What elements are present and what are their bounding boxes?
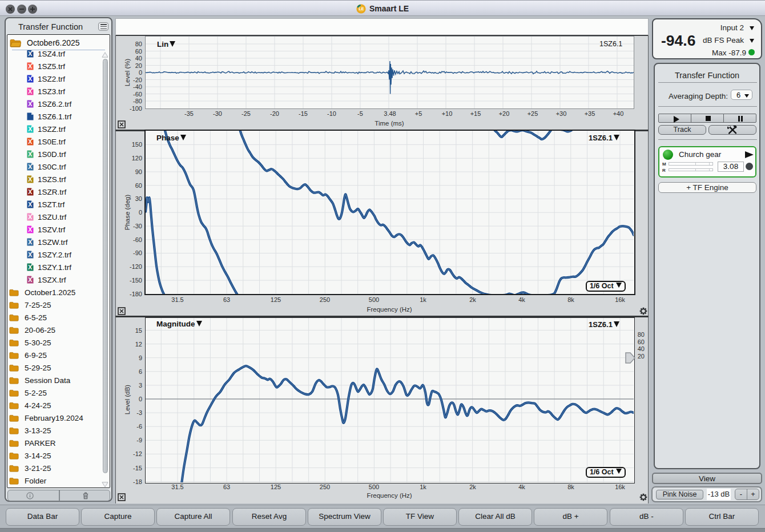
svg-text:X: X — [28, 176, 32, 183]
svg-text:X: X — [28, 226, 32, 233]
svg-text:X: X — [28, 100, 32, 107]
svg-text:X: X — [28, 163, 32, 170]
svg-text:X: X — [28, 88, 32, 95]
svg-text:LE: LE — [359, 7, 364, 11]
svg-text:X: X — [28, 126, 32, 132]
svg-text:X: X — [28, 276, 32, 283]
svg-text:X: X — [28, 201, 32, 208]
svg-text:X: X — [28, 239, 32, 245]
svg-text:X: X — [28, 75, 32, 82]
svg-text:X: X — [28, 264, 32, 271]
svg-text:X: X — [28, 251, 32, 258]
svg-text:X: X — [28, 213, 32, 220]
svg-text:X: X — [28, 138, 32, 145]
svg-text:X: X — [28, 188, 32, 195]
svg-text:X: X — [28, 50, 32, 57]
svg-text:X: X — [28, 151, 32, 158]
svg-text:X: X — [28, 63, 32, 70]
